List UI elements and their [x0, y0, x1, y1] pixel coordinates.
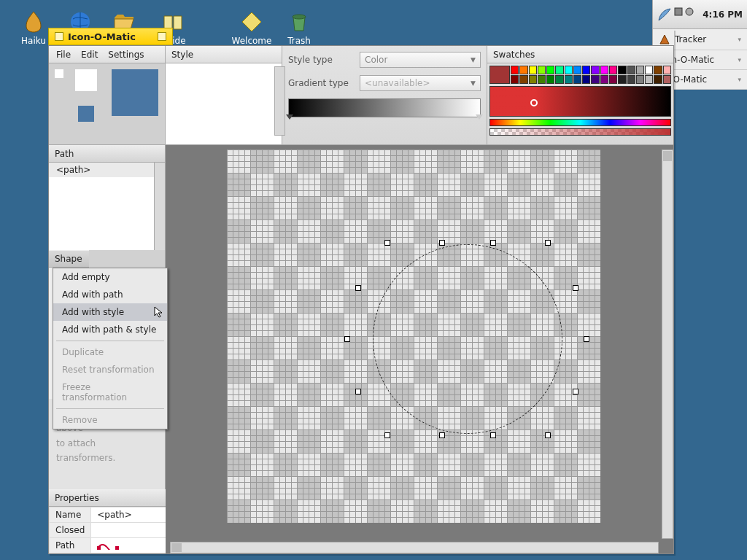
swatch-cell[interactable] — [609, 66, 617, 74]
alpha-slider[interactable] — [489, 128, 671, 136]
chevron-down-icon: ▾ — [738, 56, 741, 63]
swatch-cell[interactable] — [618, 66, 626, 74]
svg-point-1 — [293, 15, 306, 19]
tray-net-icon[interactable] — [685, 7, 694, 22]
window-zoom-icon[interactable] — [158, 32, 166, 41]
scrollbar-vertical[interactable] — [662, 149, 673, 539]
menu-item-reset-transform: Reset transformation — [53, 361, 167, 378]
path-list[interactable]: <path> — [49, 163, 165, 250]
swatch-cell[interactable] — [627, 66, 635, 74]
svg-rect-2 — [675, 8, 682, 15]
handle-icon[interactable] — [490, 432, 496, 438]
swatch-cell[interactable] — [636, 66, 644, 74]
swatch-cell[interactable] — [591, 75, 599, 84]
shape-panel-header[interactable]: Shape — [49, 250, 89, 268]
swatch-cell[interactable] — [618, 75, 626, 84]
style-panel-header: Style — [166, 46, 282, 63]
gradient-type-combo: <unavailable>▼ — [360, 75, 481, 91]
hue-slider[interactable] — [489, 119, 671, 126]
menu-item-add-empty[interactable]: Add empty — [53, 268, 167, 286]
swatch-cell[interactable] — [663, 75, 671, 84]
menu-edit[interactable]: Edit — [81, 50, 98, 60]
path-panel-header: Path — [49, 145, 165, 163]
menu-separator — [56, 408, 164, 409]
swatch-cell[interactable] — [645, 75, 653, 84]
swatch-cell[interactable] — [546, 66, 554, 74]
handle-icon[interactable] — [344, 336, 350, 342]
swatch-cell[interactable] — [519, 75, 527, 84]
swatch-cell[interactable] — [582, 75, 590, 84]
scrollbar-vertical[interactable] — [154, 163, 165, 250]
handle-icon[interactable] — [545, 432, 551, 438]
menu-item-remove: Remove — [53, 411, 167, 429]
swatch-cell[interactable] — [573, 75, 581, 84]
swatch-cell[interactable] — [538, 75, 546, 84]
canvas-area[interactable] — [166, 145, 673, 553]
handle-icon[interactable] — [439, 240, 445, 246]
prop-path-label: Path — [50, 538, 91, 553]
preview-16 — [55, 69, 63, 78]
swatch-cell[interactable] — [627, 75, 635, 84]
menu-item-add-with-path-style[interactable]: Add with path & style — [53, 321, 167, 338]
swatch-cell[interactable] — [645, 66, 653, 74]
swatch-cell[interactable] — [519, 66, 527, 74]
handle-icon[interactable] — [384, 240, 390, 246]
handle-icon[interactable] — [490, 240, 496, 246]
handle-icon[interactable] — [355, 389, 361, 394]
shape-context-menu: Add empty Add with path Add with style A… — [53, 268, 168, 429]
preview-thumbs — [49, 63, 166, 145]
handle-icon[interactable] — [584, 336, 589, 342]
handle-icon[interactable] — [545, 240, 551, 246]
system-tray: 4:16 PM — [653, 0, 747, 29]
color-picker[interactable] — [489, 86, 671, 117]
path-item[interactable]: <path> — [49, 163, 165, 177]
feather-icon[interactable] — [657, 7, 672, 22]
cursor-icon — [154, 306, 166, 318]
handle-icon[interactable] — [355, 285, 361, 291]
menu-file[interactable]: File — [56, 50, 71, 60]
swatch-cell[interactable] — [582, 66, 590, 74]
swatch-cell[interactable] — [529, 66, 537, 74]
window-title: Icon-O-Matic — [68, 31, 136, 42]
swatch-cell[interactable] — [546, 75, 554, 84]
swatch-cell[interactable] — [600, 75, 608, 84]
swatch-cell[interactable] — [573, 66, 581, 74]
selection-ellipse[interactable] — [373, 244, 562, 434]
menu-item-add-with-path[interactable]: Add with path — [53, 286, 167, 303]
tray-disk-icon[interactable] — [674, 7, 683, 22]
gradient-preview[interactable] — [288, 98, 481, 117]
swatches-header: Swatches — [487, 46, 673, 63]
swatch-cell[interactable] — [511, 75, 519, 84]
handle-icon[interactable] — [384, 432, 390, 438]
swatch-cell[interactable] — [609, 75, 617, 84]
handle-icon[interactable] — [573, 389, 578, 394]
swatch-cell[interactable] — [565, 66, 573, 74]
style-type-combo[interactable]: Color▼ — [360, 52, 481, 68]
style-type-label: Style type — [288, 55, 354, 65]
scrollbar-vertical[interactable] — [274, 66, 285, 136]
swatch-cell[interactable] — [654, 66, 662, 74]
swatch-cell[interactable] — [663, 66, 671, 74]
scrollbar-horizontal[interactable] — [170, 542, 659, 553]
handle-icon[interactable] — [439, 432, 445, 438]
swatch-cell[interactable] — [636, 75, 644, 84]
swatch-cell[interactable] — [511, 66, 519, 74]
swatch-cell[interactable] — [555, 66, 563, 74]
current-color-swatch[interactable] — [489, 66, 510, 84]
swatch-cell[interactable] — [654, 75, 662, 84]
swatch-cell[interactable] — [600, 66, 608, 74]
handle-icon[interactable] — [573, 285, 578, 291]
clock[interactable]: 4:16 PM — [703, 9, 743, 20]
swatch-cell[interactable] — [591, 66, 599, 74]
swatch-cell[interactable] — [555, 75, 563, 84]
swatch-cell[interactable] — [538, 66, 546, 74]
window-close-icon[interactable] — [55, 32, 63, 41]
swatch-cell[interactable] — [565, 75, 573, 84]
swatch-cell[interactable] — [529, 75, 537, 84]
chevron-down-icon: ▾ — [738, 76, 741, 83]
canvas[interactable] — [227, 149, 600, 523]
style-list[interactable] — [166, 63, 282, 145]
menu-settings[interactable]: Settings — [108, 50, 144, 60]
menu-item-add-with-style[interactable]: Add with style — [53, 303, 167, 321]
titlebar[interactable]: Icon-O-Matic — [48, 28, 173, 45]
